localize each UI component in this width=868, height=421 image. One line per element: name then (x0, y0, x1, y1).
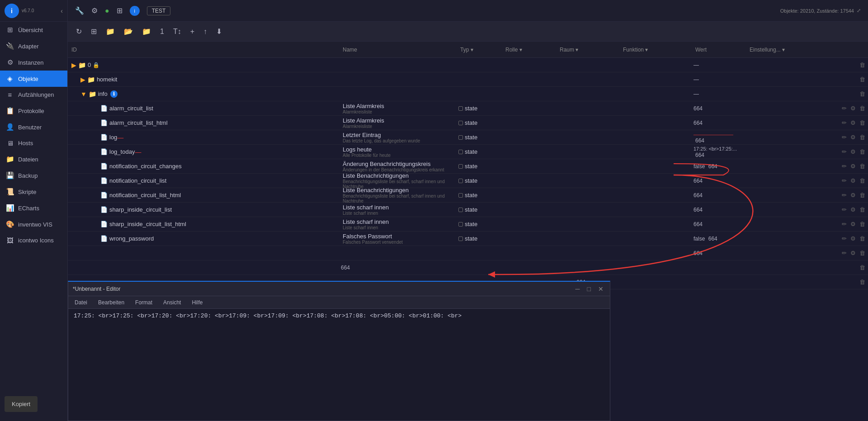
toolbar-one-btn[interactable]: 1 (157, 26, 167, 38)
toolbar-add-btn[interactable]: + (188, 26, 197, 38)
toolbar-download-btn[interactable]: ⬇ (213, 25, 225, 38)
sidebar-item-objekte[interactable]: ◈Objekte (0, 71, 67, 87)
sidebar-item-ubersicht[interactable]: ⊞Übersicht (0, 22, 67, 38)
edit-icon[interactable]: ✏ (841, 162, 848, 170)
table-row[interactable]: 📄 sharp_inside_circuit_list Liste scharf… (68, 203, 868, 217)
topbar-gear-icon[interactable]: ⚙ (91, 6, 98, 15)
edit-icon[interactable]: ✏ (841, 191, 848, 199)
sidebar-label-protokolle: Protokolle (18, 108, 44, 114)
table-row[interactable]: 📄 log — Letzter Eintrag Das letzte Log, … (68, 130, 868, 145)
cell-id: 📄 notification_circuit_changes (68, 163, 339, 170)
gear-icon[interactable]: ⚙ (849, 249, 857, 257)
editor-menu-format[interactable]: Format (133, 298, 154, 307)
gear-icon[interactable]: ⚙ (849, 205, 857, 214)
delete-icon[interactable]: 🗑 (859, 234, 866, 243)
sidebar-item-dateien[interactable]: 📁Dateien (0, 151, 67, 167)
sidebar-item-hosts[interactable]: 🖥Hosts (0, 135, 67, 151)
table-row[interactable]: 📄 log_today — Logs heute Alle Protokolle… (68, 145, 868, 159)
table-row[interactable]: 📄 wrong_password Falsches Passwort Falsc… (68, 232, 868, 246)
cell-id: 📄 alarm_circuit_list_html (68, 119, 339, 126)
delete-icon[interactable]: 🗑 (859, 191, 866, 199)
delete-icon[interactable]: 🗑 (859, 162, 866, 170)
delete-icon[interactable]: 🗑 (859, 75, 866, 84)
sidebar-item-benutzer[interactable]: 👤Benutzer (0, 119, 67, 135)
delete-icon[interactable]: 🗑 (859, 90, 866, 98)
toolbar-folder-btn[interactable]: 📁 (103, 25, 118, 38)
delete-icon[interactable]: 🗑 (859, 118, 866, 127)
delete-icon[interactable]: 🗑 (859, 278, 866, 286)
table-row[interactable]: 📄 alarm_circuit_list_html Liste Alarmkre… (68, 116, 868, 130)
delete-icon[interactable]: 🗑 (859, 205, 866, 214)
gear-icon[interactable]: ⚙ (849, 104, 857, 113)
sidebar-item-adapter[interactable]: 🔌Adapter (0, 38, 67, 54)
table-row[interactable]: ▼ 📁 info ℹ — 🗑 (68, 87, 868, 101)
topbar-iobroker-badge[interactable]: i (130, 6, 140, 16)
sidebar-item-aufzahlungen[interactable]: ≡Aufzählungen (0, 87, 67, 103)
toolbar-grid-btn[interactable]: ⊞ (88, 25, 99, 38)
edit-icon[interactable]: ✏ (841, 176, 848, 185)
editor-menu-bearbeiten[interactable]: Bearbeiten (96, 298, 126, 307)
table-row[interactable]: 664 ✏ ⚙ 🗑 (68, 246, 868, 260)
delete-icon[interactable]: 🗑 (859, 61, 866, 69)
table-row[interactable]: 📄 alarm_circuit_list Liste Alarmkreis Al… (68, 101, 868, 116)
sidebar-item-skripte[interactable]: 📜Skripte (0, 184, 67, 200)
edit-icon[interactable]: ✏ (841, 249, 848, 257)
toolbar-folder2-btn[interactable]: 📂 (121, 25, 136, 38)
delete-icon[interactable]: 🗑 (859, 263, 866, 272)
gear-icon[interactable]: ⚙ (849, 191, 857, 199)
editor-close-btn[interactable]: ✕ (596, 284, 605, 293)
gear-icon[interactable]: ⚙ (849, 118, 857, 127)
sidebar-item-echarts[interactable]: 📊ECharts (0, 200, 67, 216)
sidebar-item-instanzen[interactable]: ⚙Instanzen (0, 54, 67, 71)
editor-maximize-btn[interactable]: □ (585, 284, 593, 293)
gear-icon[interactable]: ⚙ (849, 234, 857, 243)
gear-icon[interactable]: ⚙ (849, 147, 857, 156)
gear-icon[interactable]: ⚙ (849, 176, 857, 185)
topbar: 🔧 ⚙ ● ⊞ i TEST Objekte: 20210, Zustände:… (68, 0, 868, 22)
table-row[interactable]: 664 🗑 (68, 260, 868, 275)
sidebar-item-icontwo-icons[interactable]: 🖼icontwo Icons (0, 232, 67, 248)
table-row[interactable]: 📄 notification_circuit_list Liste Benach… (68, 174, 868, 188)
edit-icon[interactable]: ✏ (841, 133, 848, 142)
editor-menu-ansicht[interactable]: Ansicht (161, 298, 183, 307)
gear-icon[interactable]: ⚙ (849, 162, 857, 170)
table-row[interactable]: 📄 notification_circuit_list_html Liste B… (68, 188, 868, 203)
topbar-grid-icon[interactable]: ⊞ (117, 6, 123, 15)
edit-icon[interactable]: ✏ (841, 220, 848, 228)
editor-minimize-btn[interactable]: ─ (574, 284, 582, 293)
sidebar-label-benutzer: Benutzer (18, 124, 42, 131)
edit-icon[interactable]: ✏ (841, 205, 848, 214)
delete-icon[interactable]: 🗑 (859, 220, 866, 228)
edit-icon[interactable]: ✏ (841, 147, 848, 156)
toolbar-filter-btn[interactable]: T↕ (170, 26, 184, 38)
topbar-circle-icon[interactable]: ● (105, 7, 109, 15)
cell-id: ▶ 📁 0 🔒 (68, 61, 339, 69)
file-icon: 📄 (100, 148, 108, 155)
delete-icon[interactable]: 🗑 (859, 104, 866, 113)
table-row[interactable]: ▶ 📁 0 🔒 — 🗑 (68, 58, 868, 72)
sidebar-item-backup[interactable]: 💾Backup (0, 167, 67, 184)
topbar-wrench-icon[interactable]: 🔧 (75, 6, 84, 15)
sidebar-item-protokolle[interactable]: 📋Protokolle (0, 103, 67, 119)
topbar-expand-icon[interactable]: ⤢ (857, 8, 861, 14)
editor-menu-hilfe[interactable]: Hilfe (190, 298, 204, 307)
table-row[interactable]: 📄 sharp_inside_circuit_list_html Liste s… (68, 217, 868, 232)
editor-menu-datei[interactable]: Datei (73, 298, 89, 307)
table-row[interactable]: 📄 notification_circuit_changes Änderung … (68, 159, 868, 174)
sidebar-collapse-button[interactable]: ‹ (61, 7, 63, 14)
toolbar-refresh-btn[interactable]: ↻ (73, 25, 85, 38)
delete-icon[interactable]: 🗑 (859, 133, 866, 142)
sidebar-item-inventwoo-vis[interactable]: 🎨inventwo VIS (0, 216, 67, 232)
edit-icon[interactable]: ✏ (841, 104, 848, 113)
gear-icon[interactable]: ⚙ (849, 220, 857, 228)
edit-icon[interactable]: ✏ (841, 118, 848, 127)
delete-icon[interactable]: 🗑 (859, 249, 866, 257)
toolbar-folder3-btn[interactable]: 📁 (139, 25, 154, 38)
edit-icon[interactable]: ✏ (841, 234, 848, 243)
editor-content[interactable]: 17:25: <br>17:25: <br>17:20: <br>17:20: … (68, 309, 610, 421)
toolbar-upload-btn[interactable]: ↑ (201, 26, 210, 38)
table-row[interactable]: ▶ 📁 homekit — 🗑 (68, 72, 868, 87)
gear-icon[interactable]: ⚙ (849, 133, 857, 142)
delete-icon[interactable]: 🗑 (859, 176, 866, 185)
delete-icon[interactable]: 🗑 (859, 147, 866, 156)
